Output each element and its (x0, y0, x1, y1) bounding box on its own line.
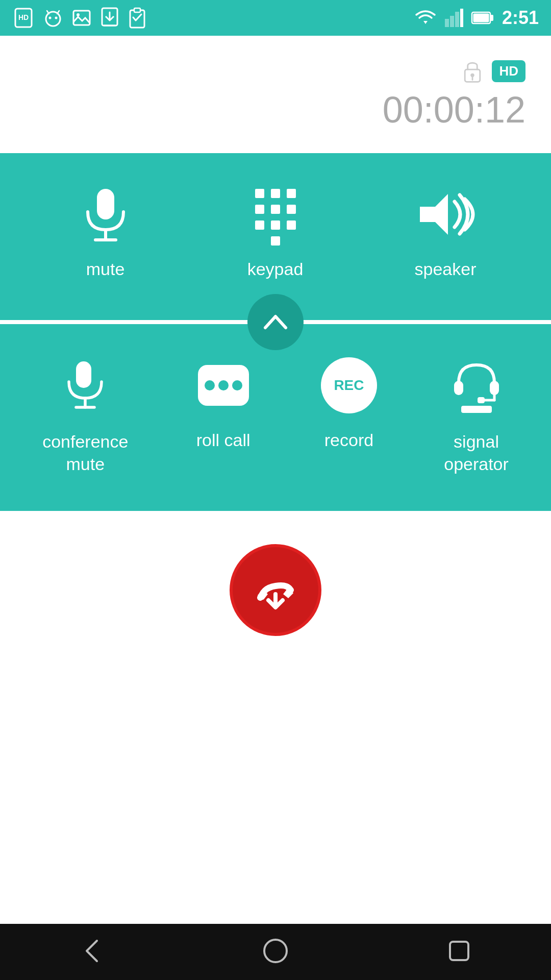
svg-point-3 (49, 17, 52, 19)
svg-rect-38 (76, 361, 91, 388)
record-label: record (324, 430, 373, 450)
phone-status-icon: HD (12, 7, 35, 29)
roll-call-icon (195, 360, 252, 411)
svg-rect-13 (134, 8, 140, 12)
clipboard-icon (128, 7, 147, 29)
svg-rect-14 (445, 19, 449, 27)
svg-rect-54 (450, 942, 468, 960)
conference-mute-button[interactable]: conferencemute (42, 355, 128, 475)
call-timer: 00:00:12 (383, 89, 525, 131)
svg-rect-30 (255, 205, 264, 214)
svg-rect-19 (490, 15, 493, 21)
svg-point-42 (205, 380, 215, 390)
wifi-icon (414, 9, 437, 27)
nav-back-button[interactable] (79, 938, 105, 966)
svg-text:HD: HD (18, 13, 29, 21)
svg-rect-45 (454, 381, 463, 395)
toggle-expand-button[interactable] (247, 294, 304, 350)
rec-text: REC (334, 377, 364, 394)
svg-point-53 (264, 940, 287, 962)
svg-point-4 (55, 17, 58, 19)
mute-icon-area (75, 184, 136, 245)
main-call-area: mute keypad (0, 153, 551, 511)
keypad-icon-area (245, 184, 306, 245)
speaker-icon (415, 189, 476, 240)
conference-mute-icon (65, 357, 106, 413)
roll-call-button[interactable]: roll call (193, 355, 254, 450)
bottom-controls: conferencemute roll call REC record (0, 324, 551, 511)
speaker-label: speaker (415, 259, 477, 279)
divider-row (0, 320, 551, 324)
android-icon (43, 8, 63, 28)
svg-rect-33 (255, 220, 264, 230)
signal-operator-icon-area (446, 355, 507, 416)
roll-call-icon-area (193, 355, 254, 416)
svg-rect-29 (287, 189, 296, 198)
mute-icon (83, 184, 129, 245)
battery-icon (471, 10, 494, 26)
hd-badge: HD (492, 60, 525, 82)
svg-rect-34 (271, 220, 280, 230)
mute-label: mute (86, 259, 125, 279)
download-icon (100, 7, 119, 29)
signal-operator-icon (451, 357, 502, 413)
svg-rect-15 (450, 16, 454, 27)
svg-point-44 (232, 380, 242, 390)
svg-marker-37 (420, 194, 448, 235)
roll-call-label: roll call (196, 430, 251, 450)
conference-mute-icon-area (55, 355, 116, 416)
svg-rect-24 (97, 189, 114, 219)
svg-line-6 (57, 11, 59, 14)
image-icon (71, 8, 92, 28)
svg-rect-17 (460, 9, 463, 27)
svg-rect-7 (73, 11, 90, 25)
svg-rect-36 (271, 236, 280, 246)
svg-point-2 (46, 12, 60, 26)
keypad-icon (250, 184, 301, 245)
signal-icon (445, 9, 463, 27)
status-bar: HD (0, 0, 551, 36)
end-call-icon (250, 565, 301, 616)
svg-rect-49 (478, 397, 485, 403)
recents-icon (446, 938, 472, 964)
lock-icon (461, 58, 484, 84)
chevron-up-icon (262, 312, 289, 332)
svg-rect-20 (473, 14, 489, 22)
svg-point-43 (218, 380, 229, 390)
signal-operator-button[interactable]: signaloperator (444, 355, 509, 475)
svg-rect-32 (287, 205, 296, 214)
keypad-button[interactable]: keypad (245, 184, 306, 279)
top-info-icons: HD (461, 58, 525, 84)
back-icon (79, 938, 105, 964)
svg-rect-35 (287, 220, 296, 230)
record-icon-area: REC (318, 355, 380, 416)
mute-button[interactable]: mute (75, 184, 136, 279)
top-info-area: HD 00:00:12 (0, 36, 551, 153)
status-time: 2:51 (502, 7, 539, 29)
svg-line-5 (47, 11, 49, 14)
record-button[interactable]: REC record (318, 355, 380, 450)
nav-recents-button[interactable] (446, 938, 472, 966)
nav-bar (0, 924, 551, 980)
home-icon (262, 938, 289, 964)
conference-mute-label: conferencemute (42, 430, 128, 475)
status-icons-right: 2:51 (414, 7, 539, 29)
rec-badge: REC (321, 357, 377, 413)
svg-rect-27 (255, 189, 264, 198)
signal-operator-label: signaloperator (444, 430, 509, 475)
end-call-button[interactable] (230, 544, 321, 636)
speaker-icon-area (415, 184, 476, 245)
nav-home-button[interactable] (262, 938, 289, 966)
keypad-label: keypad (247, 259, 304, 279)
speaker-button[interactable]: speaker (415, 184, 477, 279)
svg-rect-16 (455, 12, 459, 27)
status-icons-left: HD (12, 7, 147, 29)
end-call-area (0, 511, 551, 669)
svg-rect-50 (461, 406, 492, 413)
svg-rect-31 (271, 205, 280, 214)
svg-rect-28 (271, 189, 280, 198)
